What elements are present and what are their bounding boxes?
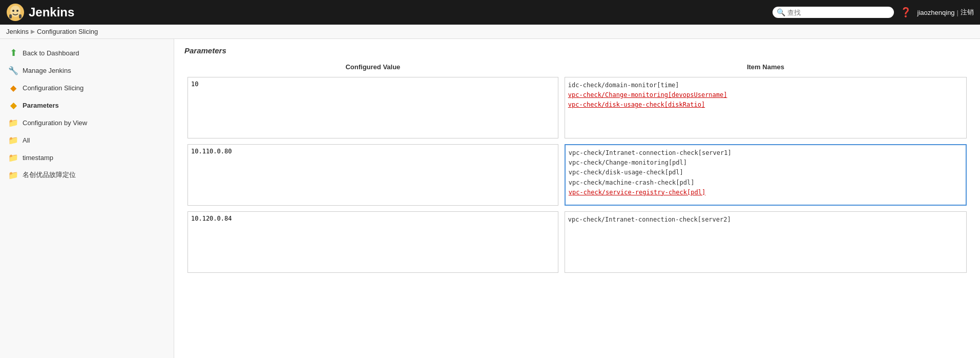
breadcrumb: Jenkins ▶ Configuration Slicing	[0, 25, 980, 39]
svg-rect-5	[19, 14, 22, 18]
sidebar-item-label: Parameters	[23, 102, 59, 109]
sidebar-item-all[interactable]: 📁 All	[0, 131, 174, 149]
wrench-icon: 🔧	[8, 65, 18, 75]
divider: |	[957, 9, 958, 16]
header: Jenkins 🔍 ❓ jiaozhenqing | 注销	[0, 0, 980, 25]
sidebar-item-label: 名创优品故障定位	[23, 170, 76, 180]
item-name: idc-check/domain-monitor[time]	[568, 82, 679, 89]
sidebar-item-label: timestamp	[23, 154, 53, 162]
content-area: Parameters Configured Value Item Names 1…	[174, 39, 980, 358]
jenkins-logo	[6, 3, 25, 22]
svg-rect-4	[9, 14, 12, 18]
folder-icon-3: 📁	[8, 152, 18, 163]
main-layout: ⬆ Back to Dashboard 🔧 Manage Jenkins ◆ C…	[0, 39, 980, 358]
svg-point-2	[12, 10, 14, 12]
username-label: jiaozhenqing	[918, 9, 955, 16]
sidebar-item-mingchuang[interactable]: 📁 名创优品故障定位	[0, 166, 174, 184]
sidebar-item-manage-jenkins[interactable]: 🔧 Manage Jenkins	[0, 62, 174, 79]
logo-area: Jenkins	[6, 3, 74, 22]
folder-icon-4: 📁	[8, 170, 18, 180]
item-names-cell-3: vpc-check/Intranet-connection-check[serv…	[561, 209, 970, 276]
item-name: vpc-check/disk-usage-check[diskRatio]	[568, 101, 705, 108]
sidebar-item-label: Configuration by View	[23, 119, 87, 127]
content-title: Parameters	[184, 46, 970, 55]
diamond-active-icon: ◆	[8, 100, 18, 110]
item-names-cell-2: vpc-check/Intranet-connection-check[serv…	[561, 142, 970, 209]
configured-value-cell-1: 10	[184, 75, 561, 142]
svg-point-3	[16, 10, 18, 12]
help-icon[interactable]: ❓	[900, 7, 911, 18]
back-icon: ⬆	[8, 48, 18, 58]
item-names-display-2: vpc-check/Intranet-connection-check[serv…	[565, 144, 967, 206]
table-row: 10.110.0.80 vpc-check/Intranet-connectio…	[184, 142, 970, 209]
params-table: Configured Value Item Names 10 idc-check…	[184, 61, 970, 276]
breadcrumb-jenkins[interactable]: Jenkins	[6, 28, 29, 35]
configured-value-input-1[interactable]: 10	[187, 77, 558, 138]
breadcrumb-arrow: ▶	[31, 28, 35, 35]
item-name: vpc-check/Intranet-connection-check[serv…	[568, 216, 731, 223]
item-name: vpc-check/Change-monitoring[devopsUserna…	[568, 91, 727, 98]
col-header-item-names: Item Names	[561, 61, 970, 75]
item-names-display-1: idc-check/domain-monitor[time] vpc-check…	[565, 77, 967, 138]
search-box: 🔍	[773, 7, 894, 18]
sidebar-item-back-dashboard[interactable]: ⬆ Back to Dashboard	[0, 44, 174, 62]
col-header-configured-value: Configured Value	[184, 61, 561, 75]
item-name: vpc-check/disk-usage-check[pdl]	[569, 169, 683, 176]
sidebar-item-parameters[interactable]: ◆ Parameters	[0, 96, 174, 114]
item-name: vpc-check/Change-monitoring[pdl]	[569, 159, 687, 166]
item-name: vpc-check/Intranet-connection-check[serv…	[569, 149, 732, 156]
item-names-cell-1: idc-check/domain-monitor[time] vpc-check…	[561, 75, 970, 142]
sidebar-item-label: Manage Jenkins	[23, 67, 71, 74]
sidebar-item-label: Configuration Slicing	[23, 84, 84, 92]
sidebar-item-configuration-by-view[interactable]: 📁 Configuration by View	[0, 114, 174, 131]
sidebar-item-label: Back to Dashboard	[23, 49, 79, 57]
app-title: Jenkins	[29, 5, 74, 19]
search-icon: 🔍	[777, 8, 785, 16]
user-info: jiaozhenqing | 注销	[918, 8, 974, 17]
table-row: 10.120.0.84 vpc-check/Intranet-connectio…	[184, 209, 970, 276]
logout-link[interactable]: 注销	[961, 8, 974, 17]
sidebar: ⬆ Back to Dashboard 🔧 Manage Jenkins ◆ C…	[0, 39, 174, 358]
item-name: vpc-check/service-registry-check[pdl]	[569, 189, 705, 196]
diamond-icon: ◆	[8, 83, 18, 93]
configured-value-cell-2: 10.110.0.80	[184, 142, 561, 209]
folder-icon-1: 📁	[8, 117, 18, 128]
configured-value-input-2[interactable]: 10.110.0.80	[187, 144, 558, 206]
table-row: 10 idc-check/domain-monitor[time] vpc-ch…	[184, 75, 970, 142]
search-input[interactable]	[787, 9, 890, 16]
sidebar-item-label: All	[23, 136, 30, 144]
breadcrumb-current: Configuration Slicing	[37, 28, 98, 35]
configured-value-input-3[interactable]: 10.120.0.84	[187, 211, 558, 273]
sidebar-item-timestamp[interactable]: 📁 timestamp	[0, 149, 174, 166]
item-names-display-3: vpc-check/Intranet-connection-check[serv…	[565, 211, 967, 273]
item-name: vpc-check/machine-crash-check[pdl]	[569, 179, 695, 186]
folder-icon-2: 📁	[8, 135, 18, 145]
configured-value-cell-3: 10.120.0.84	[184, 209, 561, 276]
sidebar-item-configuration-slicing[interactable]: ◆ Configuration Slicing	[0, 79, 174, 96]
